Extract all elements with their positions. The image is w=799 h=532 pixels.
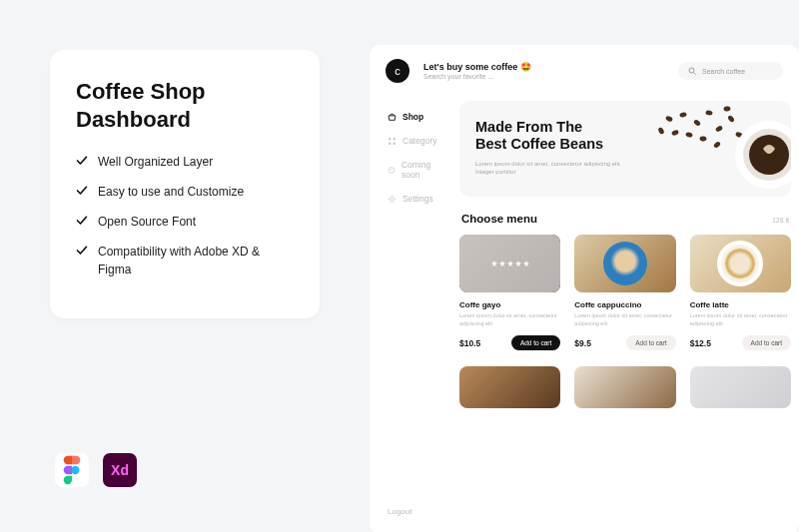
- logout-label: Logout: [388, 507, 411, 516]
- promo-feature-item: Open Source Font: [76, 213, 294, 231]
- product-footer: $10.5 Add to cart: [459, 335, 560, 350]
- svg-point-9: [665, 115, 673, 122]
- promo-feature-item: Well Organized Layer: [76, 153, 294, 171]
- svg-point-8: [391, 197, 394, 200]
- promo-title: Coffee Shop Dashboard: [76, 78, 294, 133]
- svg-line-2: [694, 73, 696, 75]
- adobe-xd-logo-icon: Xd: [103, 453, 137, 487]
- sidebar-item-settings[interactable]: Settings: [384, 187, 449, 211]
- svg-rect-4: [394, 138, 396, 140]
- star-icon: [507, 261, 513, 266]
- app-header: c Let's buy some coffee 🤩 Search your fa…: [370, 45, 799, 91]
- star-icon: [515, 261, 521, 266]
- header-text-group: Let's buy some coffee 🤩 Search your favo…: [423, 62, 664, 80]
- svg-point-21: [723, 106, 731, 112]
- promo-title-line2: Dashboard: [76, 107, 191, 132]
- product-image: [574, 235, 675, 292]
- product-desc: Lorem ipsum dolor sit amet, consectetur …: [690, 312, 791, 327]
- add-to-cart-button[interactable]: Add to cart: [626, 335, 675, 350]
- product-name: Coffe latte: [690, 300, 791, 309]
- star-icon: [491, 261, 497, 266]
- logout-link[interactable]: Logout: [384, 501, 449, 522]
- promo-feature-list: Well Organized Layer Easy to use and Cus…: [76, 153, 294, 278]
- svg-point-13: [715, 125, 723, 133]
- gear-icon: [388, 195, 397, 204]
- promo-feature-label: Compatibility with Adobe XD & Figma: [98, 243, 294, 278]
- check-icon: [76, 215, 88, 227]
- product-card[interactable]: Coffe latte Lorem ipsum dolor sit amet, …: [690, 235, 791, 350]
- svg-point-12: [705, 110, 713, 116]
- add-to-cart-button[interactable]: Add to cart: [742, 335, 791, 350]
- app-window: c Let's buy some coffee 🤩 Search your fa…: [370, 45, 799, 532]
- star-icon: [523, 261, 529, 266]
- promo-card: Coffee Shop Dashboard Well Organized Lay…: [50, 50, 320, 318]
- promo-feature-label: Easy to use and Customize: [98, 183, 244, 201]
- header-tagline: Let's buy some coffee 🤩: [423, 62, 664, 72]
- product-name: Coffe cappuccino: [574, 300, 675, 309]
- search-placeholder-text: Search coffee: [702, 68, 745, 75]
- search-icon: [688, 67, 696, 75]
- svg-point-16: [671, 130, 679, 137]
- category-icon: [388, 137, 397, 146]
- sidebar-item-category[interactable]: Category: [384, 129, 449, 153]
- product-footer: $12.5 Add to cart: [690, 335, 791, 350]
- product-name: Coffe gayo: [459, 300, 560, 309]
- shop-icon: [388, 113, 397, 122]
- hero-title-l2: Best Coffee Beans: [475, 136, 603, 152]
- hero-banner: Made From The Best Coffee Beans Lorem ip…: [459, 101, 791, 197]
- main-content: Made From The Best Coffee Beans Lorem ip…: [459, 91, 799, 532]
- svg-point-18: [713, 141, 721, 149]
- promo-feature-label: Open Source Font: [98, 213, 196, 231]
- hero-title-l1: Made From The: [475, 119, 582, 135]
- promo-feature-item: Easy to use and Customize: [76, 183, 294, 201]
- add-to-cart-button[interactable]: Add to cart: [511, 335, 560, 350]
- header-subline: Search your favorite ...: [423, 73, 664, 80]
- svg-point-11: [693, 119, 701, 127]
- sidebar-item-label: Category: [402, 136, 437, 146]
- svg-point-15: [685, 132, 693, 138]
- product-card[interactable]: Coffe gayo Lorem ipsum dolor sit amet, c…: [459, 235, 560, 350]
- svg-rect-5: [389, 142, 391, 144]
- tool-logos: Xd: [55, 453, 137, 487]
- star-icon: [499, 261, 505, 266]
- app-logo-icon[interactable]: c: [386, 59, 409, 83]
- product-grid-row2: [459, 366, 799, 408]
- product-price: $10.5: [459, 338, 480, 348]
- svg-point-0: [71, 466, 79, 474]
- promo-title-line1: Coffee Shop: [76, 79, 206, 104]
- product-footer: $9.5 Add to cart: [574, 335, 675, 350]
- product-grid: Coffe gayo Lorem ipsum dolor sit amet, c…: [459, 235, 799, 350]
- svg-point-24: [749, 135, 789, 175]
- search-input[interactable]: Search coffee: [678, 62, 783, 80]
- menu-header: Choose menu 128 it: [461, 213, 789, 225]
- sidebar-item-shop[interactable]: Shop: [384, 105, 449, 129]
- sidebar-item-label: Settings: [402, 194, 433, 204]
- clock-icon: [388, 166, 396, 175]
- product-price: $9.5: [574, 338, 591, 348]
- check-icon: [76, 155, 88, 167]
- svg-point-17: [699, 136, 706, 141]
- product-image: [690, 235, 791, 292]
- sidebar-item-label: Shop: [402, 112, 423, 122]
- sidebar-item-label: Coming soon: [401, 160, 445, 180]
- figma-logo-icon: [55, 453, 89, 487]
- menu-count: 128 it: [772, 217, 789, 224]
- svg-point-19: [657, 127, 665, 135]
- product-image[interactable]: [690, 366, 791, 408]
- svg-point-1: [689, 68, 694, 73]
- product-image[interactable]: [459, 366, 560, 408]
- hero-title: Made From The Best Coffee Beans: [475, 119, 635, 154]
- product-image[interactable]: [574, 366, 675, 408]
- svg-point-14: [727, 115, 735, 123]
- hero-subtitle: Lorem ipsum dolor sit amet, consectetur …: [475, 160, 625, 177]
- check-icon: [76, 185, 88, 197]
- svg-point-10: [679, 112, 687, 118]
- product-card[interactable]: Coffe cappuccino Lorem ipsum dolor sit a…: [574, 235, 675, 350]
- sidebar-item-coming-soon[interactable]: Coming soon: [384, 153, 449, 187]
- sidebar: Shop Category Coming soon Settings Logou…: [370, 91, 459, 532]
- product-desc: Lorem ipsum dolor sit amet, consectetur …: [459, 312, 560, 327]
- menu-heading: Choose menu: [461, 213, 537, 225]
- svg-rect-3: [389, 138, 391, 140]
- rating-stars: [491, 261, 529, 266]
- xd-logo-text: Xd: [111, 462, 129, 478]
